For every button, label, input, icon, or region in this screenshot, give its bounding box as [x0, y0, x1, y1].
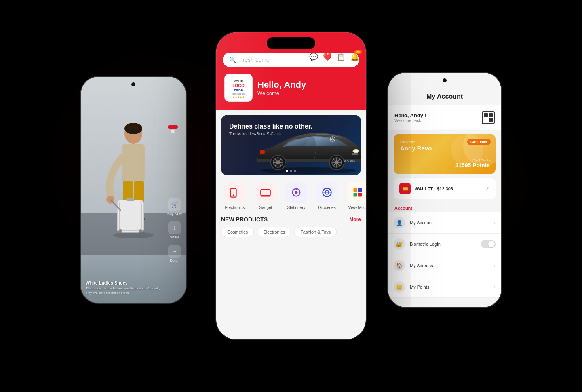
logo-stars: ★★★★★	[232, 96, 245, 99]
groceries-icon-wrap	[316, 182, 337, 203]
biometric-icon: 🔐	[394, 238, 405, 250]
notch-left	[131, 82, 135, 86]
share-label: Share	[170, 235, 179, 239]
category-more[interactable]: View Mo...	[344, 182, 366, 210]
wallet-row[interactable]: 💳 WALLET $12,306 ⤢	[394, 178, 496, 199]
phone-left: 皮革 🛒 Buy Now ⤴ Share → Detail	[81, 77, 186, 303]
wallet-amount: $12,306	[437, 186, 453, 191]
account-item-points[interactable]: 🪙 My Points ›	[388, 276, 501, 298]
svg-rect-20	[352, 154, 358, 155]
phone-right: My Account Hello, Andy ! Welcome back	[388, 73, 501, 307]
electronics-icon	[229, 187, 240, 198]
search-icon: 🔍	[229, 57, 236, 63]
svg-rect-55	[354, 193, 357, 196]
address-label: My Address	[410, 263, 489, 268]
qr-cell-3	[484, 118, 488, 122]
pill-fashion[interactable]: Fashion & Toys	[294, 227, 337, 237]
qr-cell-2	[489, 113, 493, 117]
header-icons: 💬 ❤️ 📋 🔔 99+	[309, 53, 359, 61]
address-icon: 🏠	[394, 260, 405, 271]
account-item-biometric[interactable]: 🔐 Biometric Login	[388, 234, 501, 255]
detail-btn[interactable]: → Detail	[167, 245, 182, 263]
person-figure	[89, 117, 178, 279]
more-label: View Mo...	[348, 205, 366, 210]
electronics-label: Electronics	[225, 205, 245, 210]
external-link-icon[interactable]: ⤢	[485, 185, 490, 192]
points-icon: 🪙	[394, 281, 405, 293]
acct-welcome: Welcome back	[394, 118, 426, 123]
buy-now-icon: 🛒	[168, 198, 181, 211]
section-title: NEW PRODUCTS	[221, 216, 268, 223]
wallet-left: 💳 WALLET $12,306	[399, 183, 453, 194]
svg-point-43	[233, 194, 234, 196]
product-title: White Ladies Shoes	[86, 280, 164, 285]
left-product-info: White Ladies Shoes This product is the h…	[86, 280, 164, 295]
notch-right	[443, 78, 447, 82]
share-btn[interactable]: ⤴ Share	[167, 221, 182, 239]
buy-now-label: Buy Now	[167, 212, 182, 216]
svg-point-48	[295, 188, 297, 190]
account-section-title: Account	[388, 202, 501, 212]
chat-icon[interactable]: 💬	[309, 53, 318, 61]
membership-card[interactable]: Customer Full Name Andy Revo Total Point…	[394, 134, 496, 174]
svg-rect-54	[358, 188, 362, 192]
svg-rect-23	[260, 150, 265, 154]
account-item-address[interactable]: 🏠 My Address ›	[388, 255, 501, 276]
right-content: My Account Hello, Andy ! Welcome back	[388, 73, 501, 307]
greeting-text: Hello, Andy Welcome	[257, 80, 306, 96]
logo-your: YOUR	[234, 80, 243, 84]
gadget-icon-wrap	[255, 182, 276, 203]
scene: 皮革 🛒 Buy Now ⤴ Share → Detail	[69, 20, 513, 372]
qr-code-icon[interactable]	[482, 111, 495, 124]
svg-rect-9	[117, 200, 143, 232]
pill-cosmetics[interactable]: Cosmetics	[221, 227, 254, 237]
category-groceries[interactable]: Groceries	[313, 182, 341, 210]
section-more[interactable]: More	[349, 217, 361, 222]
buy-now-btn[interactable]: 🛒 Buy Now	[167, 198, 182, 216]
biometric-toggle[interactable]	[481, 240, 496, 248]
dot-2	[290, 170, 292, 172]
svg-point-22	[354, 150, 358, 152]
electronics-icon-wrap	[224, 182, 245, 203]
gadget-label: Gadget	[259, 205, 272, 210]
address-arrow: ›	[494, 263, 496, 268]
filter-pills: Cosmetics Electronics Fashion & Toys	[221, 227, 361, 237]
my-account-icon: 👤	[394, 217, 405, 228]
greeting-hello: Hello, Andy	[257, 80, 306, 90]
dot-1	[286, 170, 288, 172]
notch-center	[267, 37, 315, 49]
categories: Electronics Gadget	[216, 175, 366, 213]
left-actions: 🛒 Buy Now ⤴ Share → Detail	[167, 198, 182, 263]
acct-greeting-text: Hello, Andy ! Welcome back	[394, 112, 426, 123]
ad-text: Defines class like no other. The Mercede…	[229, 123, 312, 136]
svg-rect-2	[127, 130, 139, 133]
gadget-icon	[260, 187, 271, 198]
right-header: My Account	[388, 73, 501, 105]
wallet-label: WALLET	[415, 186, 433, 191]
pill-electronics[interactable]: Electronics	[257, 227, 291, 237]
toggle-knob	[488, 241, 495, 247]
points-arrow: ›	[494, 284, 496, 290]
svg-rect-3	[122, 144, 145, 182]
bell-icon[interactable]: 🔔 99+	[350, 53, 359, 61]
groceries-icon	[321, 187, 333, 198]
left-content: 皮革 🛒 Buy Now ⤴ Share → Detail	[81, 77, 186, 303]
more-icon	[352, 187, 363, 198]
svg-rect-11	[126, 198, 134, 201]
center-content: 💬 ❤️ 📋 🔔 99+ 🔍 Fresh Lemon	[216, 32, 366, 339]
category-gadget[interactable]: Gadget	[252, 182, 279, 210]
right-header-title: My Account	[394, 93, 495, 100]
svg-text:S-Class: S-Class	[344, 159, 355, 162]
ad-banner[interactable]: Defines class like no other. The Mercede…	[221, 115, 361, 175]
card-points-label: Total Points	[455, 158, 490, 162]
heart-icon[interactable]: ❤️	[323, 53, 332, 61]
category-electronics[interactable]: Electronics	[221, 182, 249, 210]
more-icon-wrap	[347, 182, 366, 203]
points-label: My Points	[410, 285, 489, 289]
category-stationery[interactable]: Stationery	[283, 182, 310, 210]
clipboard-icon[interactable]: 📋	[337, 53, 346, 61]
wallet-icon: 💳	[399, 183, 411, 194]
account-item-myaccount[interactable]: 👤 My Account ›	[388, 212, 501, 234]
stationery-icon-wrap	[286, 182, 307, 203]
my-account-label: My Account	[410, 220, 489, 225]
